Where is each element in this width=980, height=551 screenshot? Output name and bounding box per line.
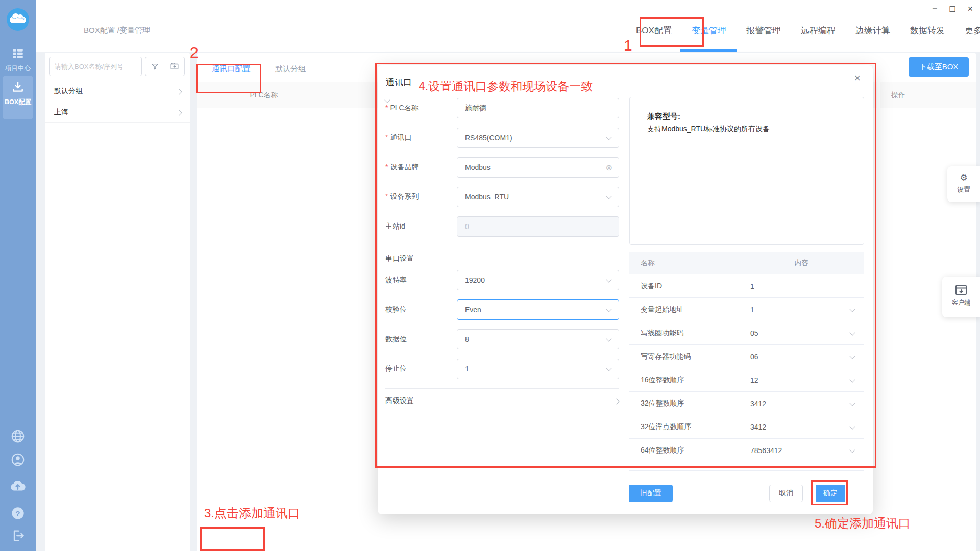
select-field[interactable]: 1 <box>457 359 619 379</box>
field-label: *通讯口 <box>385 133 457 142</box>
close-icon[interactable]: × <box>967 2 973 15</box>
table-row <box>629 462 864 471</box>
cancel-button[interactable]: 取消 <box>769 485 803 502</box>
group-row[interactable]: 默认分组 <box>45 81 190 102</box>
box-list-panel: 默认分组上海 <box>45 53 190 551</box>
input-field[interactable]: 施耐德 <box>457 98 619 118</box>
nav-item[interactable]: 报警管理 <box>746 24 781 36</box>
breadcrumb: BOX配置 /变量管理 <box>84 26 150 35</box>
nav-item[interactable]: 远程编程 <box>801 24 836 36</box>
param-value-select[interactable]: 06 <box>739 345 864 368</box>
params-table-header: 名称 内容 <box>629 252 864 274</box>
field-label: 主站id <box>385 222 457 231</box>
param-value-select[interactable]: 12 <box>739 368 864 391</box>
user-icon[interactable] <box>0 452 36 467</box>
filter-icon[interactable] <box>145 57 165 76</box>
param-value-select[interactable]: 3412 <box>739 415 864 438</box>
cloud-upload-icon[interactable] <box>0 478 36 493</box>
nav-item[interactable]: 变量管理 <box>692 24 726 36</box>
field-label-text: PLC名称 <box>390 104 418 112</box>
field-value: 施耐德 <box>465 104 486 113</box>
select-field[interactable]: 8 <box>457 329 619 349</box>
tab-port-config[interactable]: 通讯口配置 <box>203 58 259 80</box>
param-value-select[interactable]: 3412 <box>739 392 864 415</box>
add-group-icon[interactable] <box>165 57 185 76</box>
field-value: RS485(COM1) <box>465 134 512 142</box>
top-nav: BOX配置变量管理报警管理远程编程边缘计算数据转发更多功能 <box>636 24 980 36</box>
params-table: 名称 内容 设备ID1变量起始地址1写线圈功能码05写寄存器功能码0616位整数… <box>629 252 864 471</box>
nav-item[interactable]: BOX配置 <box>636 24 672 36</box>
form-row: *通讯口RS485(COM1) <box>385 128 619 148</box>
param-name-cell: 32位浮点数顺序 <box>629 415 739 438</box>
compatible-models-box: 兼容型号: 支持Modbus_RTU标准协议的所有设备 <box>629 97 864 245</box>
param-name-cell: 64位整数顺序 <box>629 439 739 462</box>
select-field[interactable]: RS485(COM1) <box>457 128 619 148</box>
nav-item[interactable]: 数据转发 <box>910 24 945 36</box>
field-label: *PLC名称 <box>385 104 457 113</box>
field-value: 0 <box>465 222 469 231</box>
form-row: 校验位Even <box>385 299 619 320</box>
param-name-cell: 16位整数顺序 <box>629 368 739 391</box>
select-field[interactable]: Modbus_RTU <box>457 187 619 207</box>
maximize-icon[interactable]: □ <box>950 2 955 15</box>
download-to-box-button[interactable]: 下载至BOX <box>909 57 969 77</box>
param-value: 78563412 <box>750 446 782 455</box>
port-form: *PLC名称施耐德*通讯口RS485(COM1)*设备品牌Modbus⊗*设备系… <box>385 98 619 412</box>
settings-widget-label: 设置 <box>947 185 980 194</box>
params-name-header: 名称 <box>629 252 739 274</box>
param-value: 1 <box>750 306 754 314</box>
modal-close-icon[interactable]: × <box>854 71 861 85</box>
field-value: 1 <box>465 365 469 373</box>
field-label: *设备系列 <box>385 192 457 202</box>
field-label-text: 校验位 <box>385 305 407 313</box>
minimize-icon[interactable]: − <box>932 2 938 15</box>
form-row: 数据位8 <box>385 329 619 349</box>
globe-icon[interactable] <box>0 429 36 444</box>
group-row[interactable]: 上海 <box>45 102 190 123</box>
group-list: 默认分组上海 <box>45 81 190 123</box>
param-name-cell: 变量起始地址 <box>629 298 739 321</box>
sidebar-item-project-center[interactable]: 项目中心 <box>0 47 36 73</box>
serial-settings-section-header[interactable]: 串口设置 <box>385 252 619 266</box>
client-download-widget[interactable]: 客户端 <box>942 277 980 317</box>
chevron-down-icon <box>607 337 611 341</box>
section-title: 高级设置 <box>385 396 414 406</box>
field-label: 停止位 <box>385 364 457 373</box>
param-value: 12 <box>750 376 758 384</box>
search-input[interactable] <box>49 57 142 76</box>
divider <box>385 246 619 246</box>
nav-item[interactable]: 更多功能 <box>965 24 980 36</box>
old-config-button[interactable]: 旧配置 <box>629 485 673 502</box>
param-value-select[interactable]: 05 <box>739 321 864 344</box>
select-field[interactable]: 19200 <box>457 270 619 290</box>
logout-icon[interactable] <box>0 529 36 543</box>
chevron-down-icon <box>850 448 855 453</box>
nav-item[interactable]: 边缘计算 <box>855 24 890 36</box>
chevron-down-icon <box>850 307 855 312</box>
table-row: 写线圈功能码05 <box>629 321 864 345</box>
chevron-right-icon <box>615 399 619 404</box>
param-value: 3412 <box>750 399 766 408</box>
field-label: 波特率 <box>385 276 457 285</box>
chevron-down-icon <box>850 354 855 359</box>
help-icon[interactable]: ? <box>0 506 36 520</box>
field-label: 校验位 <box>385 305 457 314</box>
param-value-select[interactable]: 78563412 <box>739 439 864 462</box>
settings-widget[interactable]: ⚙ 设置 <box>947 166 980 202</box>
advanced-settings-section-header[interactable]: 高级设置 <box>385 394 619 408</box>
table-row: 16位整数顺序12 <box>629 368 864 392</box>
form-row: *设备品牌Modbus⊗ <box>385 157 619 178</box>
tab-default-group[interactable]: 默认分组 <box>267 58 313 80</box>
clear-icon[interactable]: ⊗ <box>606 163 612 172</box>
param-value-select[interactable]: 1 <box>739 298 864 321</box>
input-field[interactable]: Modbus⊗ <box>457 157 619 178</box>
chevron-down-icon <box>850 331 855 335</box>
param-name-cell: 32位整数顺序 <box>629 392 739 415</box>
app-logo[interactable]: Box Config <box>7 8 29 31</box>
field-value: 8 <box>465 335 469 343</box>
param-value: 1 <box>750 282 754 290</box>
select-field[interactable]: Even <box>457 299 619 320</box>
confirm-button[interactable]: 确定 <box>816 485 845 502</box>
sidebar-item-box-config[interactable]: BOX配置 <box>3 76 33 119</box>
chevron-down-icon <box>850 401 855 406</box>
